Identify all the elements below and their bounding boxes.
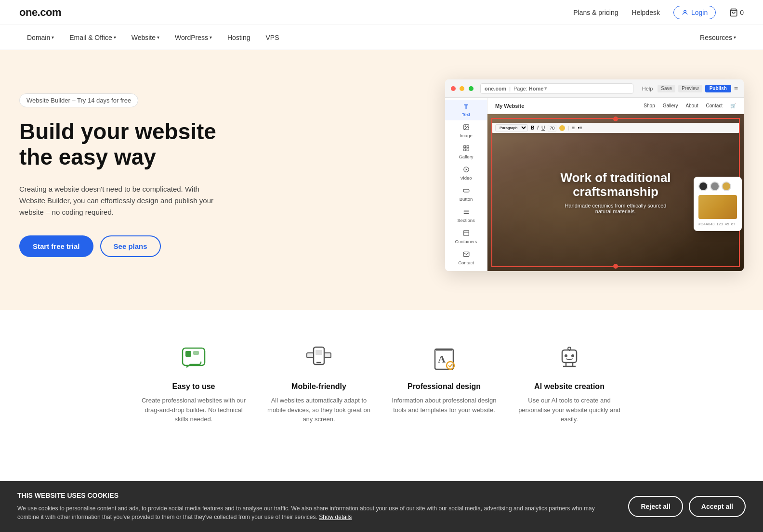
start-free-trial-button[interactable]: Start free trial — [19, 235, 93, 257]
editor-body: T Text Image Gallery — [445, 98, 744, 271]
svg-marker-9 — [465, 169, 467, 171]
feature-professional-design: A Professional design Information about … — [391, 344, 497, 424]
website-nav-about: About — [685, 103, 698, 108]
hero-section: Website Builder – Try 14 days for free B… — [0, 50, 763, 310]
svg-rect-6 — [463, 149, 465, 151]
easy-to-use-title: Easy to use — [141, 382, 247, 391]
chevron-down-icon: ▾ — [210, 35, 212, 40]
svg-rect-34 — [307, 353, 314, 358]
sidebar-gallery[interactable]: Gallery — [445, 142, 487, 163]
svg-rect-35 — [324, 353, 331, 358]
sidebar-social[interactable]: Social — [445, 269, 487, 271]
cart-button[interactable]: 0 — [729, 8, 744, 17]
color-swatches — [698, 182, 737, 191]
color-picker-popup: #D4A843 123 45 67 — [694, 177, 742, 231]
browser-dot-green — [469, 86, 474, 91]
professional-design-desc: Information about professional design to… — [391, 396, 497, 415]
mobile-friendly-desc: All websites automatically adapt to mobi… — [266, 396, 372, 424]
gallery-icon — [463, 145, 470, 153]
publish-button[interactable]: Publish — [705, 85, 731, 92]
cart-count: 0 — [740, 9, 744, 16]
features-section: Easy to use Create professional websites… — [0, 310, 763, 458]
top-bar: one.com Plans & pricing Helpdesk Login 0 — [0, 0, 763, 25]
sidebar-containers[interactable]: Containers — [445, 226, 487, 247]
ai-creation-title: AI website creation — [516, 382, 622, 391]
nav-hosting[interactable]: Hosting — [220, 25, 258, 50]
browser-actions: Save Preview Publish ≡ — [658, 85, 738, 92]
cart-nav-icon: 🛒 — [730, 103, 736, 108]
login-button[interactable]: Login — [673, 6, 716, 19]
menu-icon[interactable]: ≡ — [734, 85, 738, 92]
svg-rect-7 — [467, 149, 469, 151]
mobile-friendly-title: Mobile-friendly — [266, 382, 372, 391]
editor-preview: one.com | Page: Home ▾ Help Save Preview… — [445, 79, 744, 271]
image-icon — [463, 124, 470, 132]
website-nav-contact: Contact — [706, 103, 723, 108]
website-nav-shop: Shop — [644, 103, 655, 108]
chevron-down-icon: ▾ — [734, 35, 736, 40]
canvas-heading: Work of traditional craftsmanship — [553, 171, 678, 198]
easy-to-use-desc: Create professional websites with our dr… — [141, 396, 247, 424]
nav-email-office[interactable]: Email & Office ▾ — [62, 25, 123, 50]
sidebar-text[interactable]: T Text — [445, 100, 487, 120]
top-bar-right: Plans & pricing Helpdesk Login 0 — [573, 6, 744, 19]
helpdesk-link[interactable]: Helpdesk — [632, 9, 660, 16]
nav-website[interactable]: Website ▾ — [124, 25, 167, 50]
hero-badge: Website Builder – Try 14 days for free — [19, 93, 138, 107]
website-title: My Website — [495, 103, 524, 109]
plans-pricing-link[interactable]: Plans & pricing — [573, 9, 618, 16]
button-icon — [463, 187, 470, 195]
contact-icon — [463, 251, 470, 259]
canvas-subtext: Handmade ceramics from ethically sourced… — [563, 203, 669, 214]
svg-point-0 — [684, 10, 686, 13]
website-nav-gallery: Gallery — [663, 103, 678, 108]
nav-resources: Resources ▾ — [692, 25, 744, 50]
color-values: #D4A843 123 45 67 — [698, 222, 737, 226]
help-label: Help — [642, 86, 653, 91]
svg-rect-5 — [467, 146, 469, 148]
sidebar-sections[interactable]: Sections — [445, 205, 487, 226]
chevron-down-icon: ▾ — [114, 35, 116, 40]
hero-buttons: Start free trial See plans — [19, 235, 222, 257]
browser-top-bar: one.com | Page: Home ▾ Help Save Preview… — [445, 79, 744, 98]
hero-title: Build your website the easy way — [19, 119, 222, 170]
video-icon — [463, 166, 470, 174]
svg-text:A: A — [438, 353, 446, 365]
user-icon — [682, 9, 688, 16]
see-plans-button[interactable]: See plans — [100, 235, 161, 257]
professional-design-icon-wrap: A — [429, 344, 460, 375]
sidebar-video[interactable]: Video — [445, 163, 487, 184]
sidebar-button[interactable]: Button — [445, 184, 487, 205]
nav-resources-item[interactable]: Resources ▾ — [692, 25, 744, 50]
nav-domain[interactable]: Domain ▾ — [19, 25, 62, 50]
svg-point-41 — [565, 354, 567, 357]
containers-icon — [463, 230, 470, 238]
feature-ai-creation: AI website creation Use our AI tools to … — [516, 344, 622, 424]
sidebar-image[interactable]: Image — [445, 120, 487, 142]
browser-mockup: one.com | Page: Home ▾ Help Save Preview… — [445, 79, 744, 271]
nav-items: Domain ▾ Email & Office ▾ Website ▾ Word… — [19, 25, 692, 50]
ai-icon — [556, 346, 582, 372]
easy-to-use-icon-wrap — [178, 344, 209, 375]
swatch-gold[interactable] — [722, 182, 731, 191]
features-grid: Easy to use Create professional websites… — [19, 344, 744, 424]
svg-point-46 — [568, 347, 571, 350]
svg-point-42 — [571, 354, 574, 357]
swatch-dark[interactable] — [698, 182, 708, 191]
chevron-down-icon: ▾ — [52, 35, 54, 40]
swatch-gray[interactable] — [710, 182, 720, 191]
save-button[interactable]: Save — [658, 85, 675, 92]
svg-rect-36 — [316, 350, 322, 355]
editor-website-nav: My Website Shop Gallery About Contact 🛒 — [487, 98, 744, 114]
preview-button[interactable]: Preview — [678, 85, 702, 92]
text-icon: T — [464, 103, 468, 111]
color-gradient-picker[interactable] — [698, 195, 737, 219]
nav-bar: Domain ▾ Email & Office ▾ Website ▾ Word… — [0, 25, 763, 50]
sidebar-contact[interactable]: Contact — [445, 247, 487, 269]
nav-wordpress[interactable]: WordPress ▾ — [167, 25, 220, 50]
chevron-down-icon: ▾ — [157, 35, 159, 40]
nav-vps[interactable]: VPS — [258, 25, 287, 50]
svg-rect-32 — [314, 347, 324, 364]
feature-easy-to-use: Easy to use Create professional websites… — [141, 344, 247, 424]
hero-content: Website Builder – Try 14 days for free B… — [19, 93, 222, 257]
